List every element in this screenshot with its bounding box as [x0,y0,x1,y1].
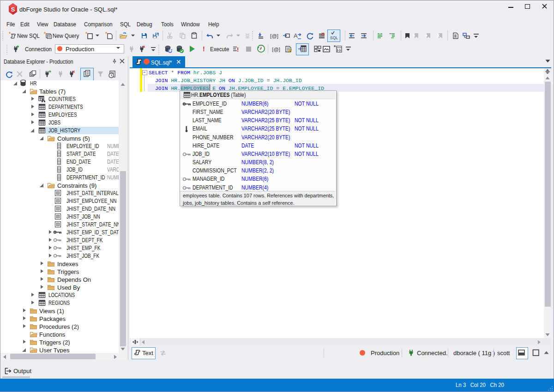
svg-text:!: ! [237,46,239,53]
svg-text:SQL: SQL [330,36,338,40]
svg-text:[@]: [@] [272,47,280,52]
svg-text:*: * [44,32,46,36]
svg-text:*: * [334,45,336,50]
svg-text:*: * [105,32,108,36]
svg-text:*: * [9,32,11,36]
svg-text:A: A [294,32,298,39]
svg-text:[@]: [@] [270,33,278,39]
svg-text:S: S [11,6,15,13]
